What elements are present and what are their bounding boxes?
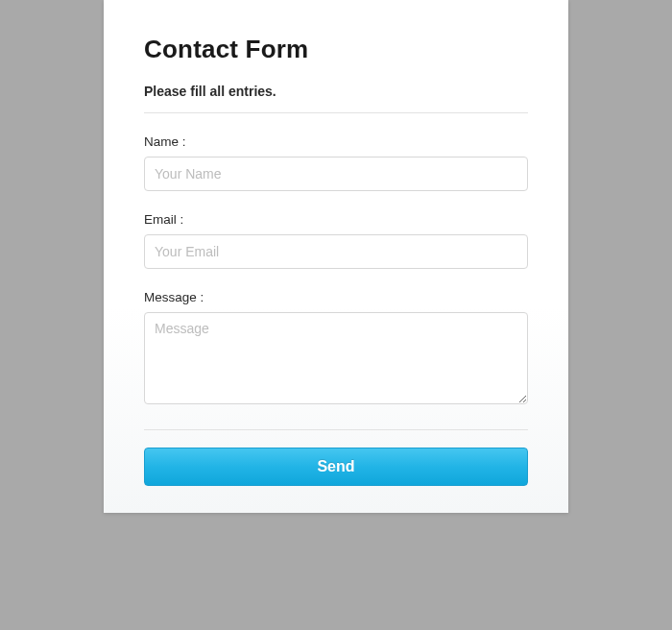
contact-form-card: Contact Form Please fill all entries. Na…: [104, 0, 568, 513]
email-label: Email :: [144, 212, 528, 227]
send-button[interactable]: Send: [144, 448, 528, 486]
message-input[interactable]: [144, 312, 528, 404]
submit-divider: [144, 429, 528, 430]
name-field: Name :: [144, 134, 528, 191]
email-field: Email :: [144, 212, 528, 269]
form-subtitle: Please fill all entries.: [144, 84, 528, 99]
email-input[interactable]: [144, 234, 528, 269]
name-label: Name :: [144, 134, 528, 149]
header-divider: [144, 112, 528, 113]
form-title: Contact Form: [144, 35, 528, 64]
name-input[interactable]: [144, 157, 528, 191]
message-label: Message :: [144, 290, 528, 304]
message-field: Message :: [144, 290, 528, 408]
